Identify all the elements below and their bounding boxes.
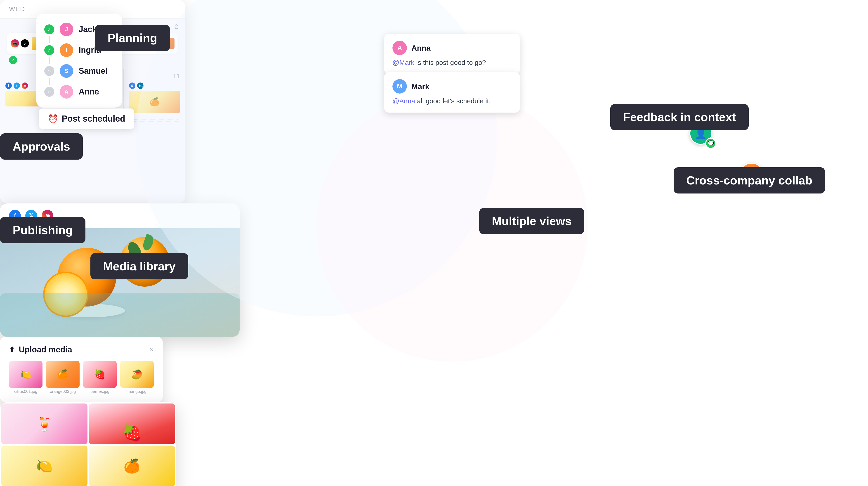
approval-avatar-anne: A (60, 85, 73, 98)
upload-icon: ⬆ (9, 345, 15, 354)
approval-name-samuel: Samuel (79, 66, 107, 76)
mg-item-strawberry: 🍓 (89, 403, 175, 444)
google-icon-11: G (129, 83, 135, 89)
comment-name-anna: Anna (411, 43, 431, 53)
icon-strawberry: 🍓 (122, 423, 142, 442)
approval-dot-anne: ○ (44, 87, 54, 97)
anna-avatar-circle: A (393, 41, 407, 55)
feedback-in-context-badge: Feedback in context (610, 104, 749, 130)
media-library-label-badge: Media library (90, 253, 188, 279)
mark-mention: @Anna (393, 97, 415, 105)
anna-mention: @Mark (393, 59, 414, 66)
upload-header: ⬆ Upload media × (9, 345, 154, 355)
instagram-icon-small: 📷 (11, 39, 19, 48)
cross-company-collab-badge: Cross-company collab (674, 167, 825, 193)
multiple-views-label-badge: Multiple views (479, 208, 584, 234)
tiktok-icon-small: ♪ (21, 39, 29, 48)
media-thumb-yellow: 🥭 (120, 361, 154, 388)
linkedin-icon-11: in (137, 83, 144, 89)
mark-avatar-circle: M (393, 79, 407, 94)
approval-name-anne: Anne (79, 87, 99, 96)
avatar-anna-comment: A (393, 41, 407, 55)
social-icons-11: G in (129, 83, 180, 89)
media-grid-card: 🍹 🍓 🍋 🍊 🍈 (0, 402, 176, 486)
post-check-circle: ✓ (9, 56, 17, 64)
img-lemon: 🍊 (89, 446, 175, 486)
media-thumb-1[interactable]: 🍋 citrus001.jpg (9, 361, 42, 394)
cal-post-11: G in 🍊 (129, 83, 180, 113)
comment-bubble-mark: M Mark @Anna all good let's schedule it. (384, 72, 520, 113)
thumb-content-3: 🍓 (83, 361, 117, 388)
empty-slot-11b (129, 121, 180, 126)
planning-label-badge: Planning (95, 25, 170, 51)
icon-pink-drink: 🍹 (36, 416, 53, 432)
empty-slot-11 (129, 115, 180, 120)
anna-comment-body: is this post good to go? (416, 59, 486, 66)
avatar-anne: A (60, 85, 73, 98)
img-yellow: 🍋 (1, 446, 88, 486)
img-pink-drink: 🍹 (1, 403, 88, 444)
thumb-content-4: 🥭 (120, 361, 154, 388)
upload-media-card: ⬆ Upload media × 🍋 citrus001.jpg 🍊 orang… (0, 337, 163, 402)
mg-item-lemon: 🍊 (89, 446, 175, 486)
post-scheduled-badge: ⏰ Post scheduled (39, 109, 134, 129)
twitter-icon-9: t (13, 83, 20, 89)
clock-icon: ⏰ (48, 114, 58, 124)
thumb-content-2: 🍊 (46, 361, 80, 388)
media-thumb-red: 🍓 (83, 361, 117, 388)
mark-comment-body: all good let's schedule it. (417, 97, 491, 105)
media-thumb-3[interactable]: 🍓 berries.jpg (83, 361, 117, 394)
avatar-samuel: S (60, 64, 73, 78)
post-scheduled-text: Post scheduled (62, 114, 125, 124)
media-thumb-orange: 🍊 (46, 361, 80, 388)
media-grid-top: 🍹 🍓 🍋 🍊 (0, 402, 176, 486)
upload-close-button[interactable]: × (149, 345, 154, 354)
comment-bubble-anna: A Anna @Mark is this post good to go? (384, 34, 520, 74)
upload-title-row: ⬆ Upload media (9, 345, 72, 355)
media-label-3: berries.jpg (83, 389, 117, 394)
comment-header-anna: A Anna (393, 41, 512, 55)
approval-dot-ingrid: ✓ (44, 45, 54, 55)
instagram-icon-9: ◉ (22, 83, 28, 89)
fruit-11: 🍊 (129, 91, 180, 113)
approval-avatar-ingrid: I (60, 43, 73, 57)
media-thumb-2[interactable]: 🍊 orange003.jpg (46, 361, 80, 394)
post-thumb-11: 🍊 (129, 91, 180, 113)
media-thumbnail-grid: 🍋 citrus001.jpg 🍊 orange003.jpg 🍓 berrie… (9, 361, 154, 394)
comment-header-mark: M Mark (393, 79, 512, 94)
icon-lemon: 🍊 (123, 458, 141, 474)
approval-dot-jack: ✓ (44, 24, 54, 34)
approval-avatar-samuel: S (60, 64, 73, 78)
orange-fruit-display (0, 228, 240, 337)
avatar-mark-comment: M (393, 79, 407, 94)
avatar-jack: J (60, 23, 73, 36)
mg-item-pink-drink: 🍹 (1, 403, 88, 444)
comment-name-mark: Mark (411, 82, 429, 91)
media-thumb-pink: 🍋 (9, 361, 42, 388)
facebook-icon-9: f (5, 83, 12, 89)
icon-yellow: 🍋 (36, 458, 53, 474)
avatar-ingrid: I (60, 43, 73, 57)
approval-dot-samuel: ○ (44, 66, 54, 76)
thumb-content-1: 🍋 (9, 361, 42, 388)
social-icons-row: 📷 ♪ (11, 39, 29, 48)
approval-name-jack: Jack (79, 25, 97, 34)
approval-item-samuel: ○ S Samuel (44, 64, 114, 78)
upload-media-label: Upload media (19, 345, 72, 355)
comment-text-anna: @Mark is this post good to go? (393, 58, 512, 67)
post-image-container (0, 228, 240, 337)
approvals-label-badge: Approvals (0, 133, 83, 160)
cal-date-11: 11 (129, 72, 180, 80)
calendar-day-label: WED (9, 5, 25, 12)
mg-item-yellow: 🍋 (1, 446, 88, 486)
avatar-badge-1: 💬 (705, 138, 716, 149)
media-label-4: mango.jpg (120, 389, 154, 394)
approval-item-anne: ○ A Anne (44, 85, 114, 98)
media-thumb-4[interactable]: 🥭 mango.jpg (120, 361, 154, 394)
media-label-2: orange003.jpg (46, 389, 80, 394)
cloth (0, 294, 240, 337)
media-label-1: citrus001.jpg (9, 389, 42, 394)
approval-avatar-jack: J (60, 23, 73, 36)
img-strawberry: 🍓 (89, 403, 175, 444)
comment-text-mark: @Anna all good let's schedule it. (393, 96, 512, 106)
